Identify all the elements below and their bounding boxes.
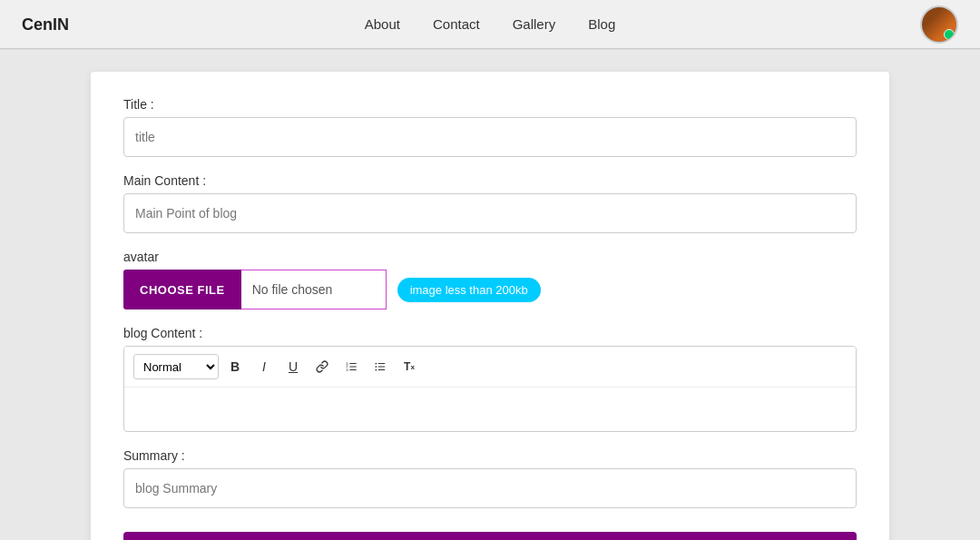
- brand-logo: CenIN: [22, 15, 69, 34]
- summary-field-group: Summary :: [123, 448, 857, 508]
- create-blog-button[interactable]: CREATE BLOG: [123, 532, 857, 540]
- avatar[interactable]: [920, 5, 958, 44]
- svg-point-9: [375, 363, 377, 365]
- summary-input[interactable]: [123, 468, 857, 508]
- svg-text:3.: 3.: [346, 368, 348, 372]
- link-button[interactable]: [309, 354, 335, 379]
- blog-content-label: blog Content :: [123, 326, 857, 340]
- italic-button[interactable]: I: [251, 354, 277, 379]
- navbar: CenIN About Contact Gallery Blog: [0, 0, 980, 50]
- title-input[interactable]: [123, 117, 857, 157]
- underline-button[interactable]: U: [280, 354, 306, 379]
- clear-format-button[interactable]: Tx: [397, 354, 422, 379]
- choose-file-button[interactable]: CHOOSE FILE: [123, 270, 241, 309]
- editor-toolbar: Normal Heading 1 Heading 2 Heading 3 B I…: [124, 347, 856, 388]
- ordered-list-button[interactable]: 1. 2. 3.: [338, 354, 364, 379]
- main-content-field-group: Main Content :: [123, 173, 857, 233]
- svg-point-10: [375, 366, 377, 368]
- avatar-label: avatar: [123, 250, 857, 264]
- bold-button[interactable]: B: [222, 354, 248, 379]
- nav-gallery[interactable]: Gallery: [513, 16, 556, 32]
- file-upload-row: CHOOSE FILE No file chosen image less th…: [123, 270, 857, 309]
- blog-content-field-group: blog Content : Normal Heading 1 Heading …: [123, 326, 857, 432]
- file-name-display: No file chosen: [241, 270, 387, 309]
- title-field-group: Title :: [123, 97, 857, 157]
- file-hint-badge: image less than 200kb: [397, 278, 541, 302]
- avatar-field-group: avatar CHOOSE FILE No file chosen image …: [123, 250, 857, 309]
- rich-text-editor: Normal Heading 1 Heading 2 Heading 3 B I…: [123, 346, 857, 432]
- nav-links: About Contact Gallery Blog: [365, 16, 615, 33]
- main-content-input[interactable]: [123, 193, 857, 233]
- svg-point-11: [375, 369, 377, 371]
- form-card: Title : Main Content : avatar CHOOSE FIL…: [91, 72, 889, 540]
- nav-contact[interactable]: Contact: [433, 16, 480, 32]
- avatar-image: [922, 7, 956, 42]
- format-select[interactable]: Normal Heading 1 Heading 2 Heading 3: [133, 354, 219, 379]
- page-wrapper: Title : Main Content : avatar CHOOSE FIL…: [0, 50, 980, 540]
- unordered-list-button[interactable]: [368, 354, 393, 379]
- summary-label: Summary :: [123, 448, 857, 463]
- title-label: Title :: [123, 97, 857, 112]
- main-content-label: Main Content :: [123, 173, 857, 188]
- nav-about[interactable]: About: [365, 16, 400, 32]
- editor-content-area[interactable]: [124, 388, 856, 431]
- nav-blog[interactable]: Blog: [588, 16, 615, 32]
